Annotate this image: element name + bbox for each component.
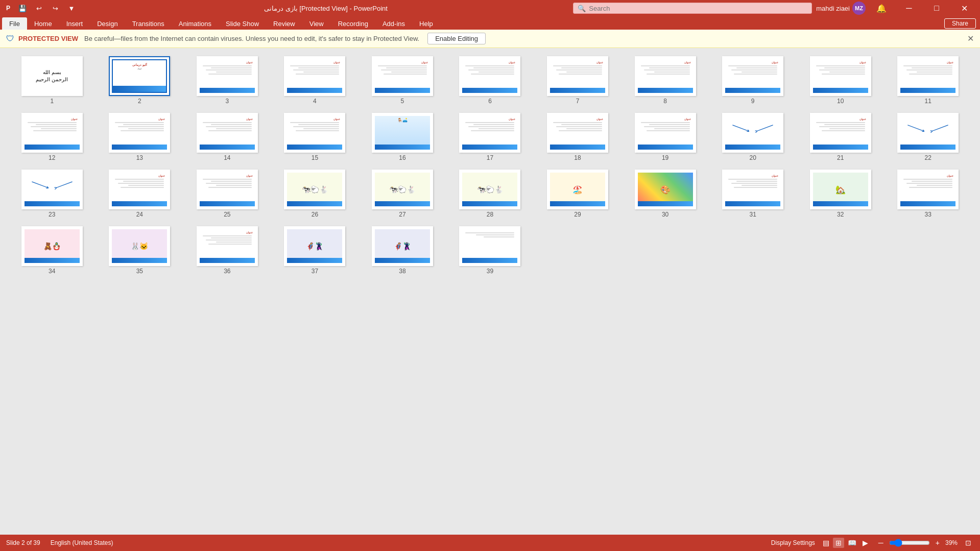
slide-thumb-16[interactable]: 🪑🛋️ 16	[363, 113, 442, 161]
protected-message: Be careful—files from the Internet can c…	[84, 35, 419, 42]
share-button[interactable]: Share	[944, 18, 976, 29]
slide-number-25: 25	[224, 211, 230, 218]
tab-design[interactable]: Design	[90, 17, 125, 30]
slide-thumb-21[interactable]: عنوان 21	[801, 113, 880, 161]
undo-button[interactable]: ↩	[32, 1, 46, 15]
slide-sorter-button[interactable]: ⊞	[833, 538, 844, 548]
slide-thumb-29[interactable]: 🏖️ 29	[538, 170, 617, 218]
slide-thumb-17[interactable]: عنوان 17	[450, 113, 530, 161]
slide-thumb-38[interactable]: 🦸🦹 38	[363, 226, 442, 275]
tab-help[interactable]: Help	[412, 17, 440, 30]
status-bar: Slide 2 of 39 English (United States) Di…	[0, 535, 980, 551]
zoom-in-button[interactable]: +	[933, 538, 942, 548]
slide-thumb-24[interactable]: عنوان 24	[100, 170, 180, 218]
slide-image-19: عنوان	[635, 113, 696, 153]
customize-button[interactable]: ▼	[64, 1, 79, 15]
tab-file[interactable]: File	[2, 17, 27, 30]
slide-thumb-34[interactable]: 🧸🪆 34	[12, 226, 92, 275]
slide-thumb-31[interactable]: عنوان 31	[713, 170, 793, 218]
slide-image-33: عنوان	[897, 170, 959, 209]
close-protected-bar-button[interactable]: ✕	[967, 34, 974, 43]
slide-thumb-8[interactable]: عنوان 8	[626, 56, 705, 105]
slide-thumb-37[interactable]: 🦸🦹 37	[275, 226, 355, 275]
slide-thumb-5[interactable]: عنوان 5	[363, 56, 442, 105]
reading-view-button[interactable]: 📖	[845, 538, 859, 548]
slide-thumb-9[interactable]: عنوان 9	[713, 56, 793, 105]
slide-image-37: 🦸🦹	[284, 226, 345, 266]
slide-image-1: بسم اللهالرحمن الرحیم	[21, 56, 83, 96]
slide-number-11: 11	[925, 98, 931, 105]
slide-thumb-25[interactable]: عنوان 25	[187, 170, 267, 218]
minimize-button[interactable]: ─	[897, 0, 921, 16]
slide-thumb-19[interactable]: عنوان 19	[626, 113, 705, 161]
tab-insert[interactable]: Insert	[59, 17, 90, 30]
slide-thumb-36[interactable]: عنوان 36	[187, 226, 267, 275]
slide-thumb-10[interactable]: عنوان 10	[801, 56, 880, 105]
save-button[interactable]: 💾	[15, 1, 30, 15]
view-mode-buttons: ▤ ⊞ 📖 ▶	[820, 538, 871, 548]
slide-image-6: عنوان	[459, 56, 520, 96]
slide-thumb-39[interactable]: 39	[450, 226, 530, 275]
tab-animations[interactable]: Animations	[172, 17, 219, 30]
slide-number-29: 29	[574, 211, 581, 218]
slide-thumb-27[interactable]: 🐄🐑🐇 27	[363, 170, 442, 218]
enable-editing-button[interactable]: Enable Editing	[427, 33, 486, 44]
maximize-button[interactable]: □	[925, 0, 948, 16]
tab-view[interactable]: View	[302, 17, 331, 30]
slide-thumb-22[interactable]: 22	[888, 113, 968, 161]
slide-thumb-14[interactable]: عنوان 14	[187, 113, 267, 161]
slide-thumb-3[interactable]: عنوان 3	[187, 56, 267, 105]
slide-image-35: 🐰🐱	[109, 226, 170, 266]
slide-image-20	[722, 113, 783, 153]
fit-slide-button[interactable]: ⊡	[963, 538, 974, 548]
slide-count: Slide 2 of 39	[6, 539, 40, 546]
zoom-bar: ─ + 39%	[876, 538, 958, 548]
slide-thumb-33[interactable]: عنوان 33	[888, 170, 968, 218]
tab-transitions[interactable]: Transitions	[125, 17, 172, 30]
slide-image-12: عنوان	[21, 113, 83, 153]
slide-thumb-4[interactable]: عنوان 4	[275, 56, 355, 105]
slide-image-23	[21, 170, 83, 209]
slide-thumb-18[interactable]: عنوان 18	[538, 113, 617, 161]
slide-image-29: 🏖️	[547, 170, 608, 209]
display-settings-button[interactable]: Display Settings	[771, 539, 815, 546]
slide-thumb-7[interactable]: عنوان 7	[538, 56, 617, 105]
slide-thumb-23[interactable]: 23	[12, 170, 92, 218]
slide-thumb-15[interactable]: عنوان 15	[275, 113, 355, 161]
avatar: MZ	[852, 2, 866, 15]
slide-image-13: عنوان	[109, 113, 170, 153]
slide-thumb-2[interactable]: آلبو درمانی استاد 2	[100, 56, 180, 105]
slide-thumb-13[interactable]: عنوان 13	[100, 113, 180, 161]
slide-thumb-32[interactable]: 🏡 32	[801, 170, 880, 218]
slideshow-button[interactable]: ▶	[860, 538, 871, 548]
slide-image-16: 🪑🛋️	[372, 113, 433, 153]
search-input[interactable]	[589, 5, 807, 12]
close-button[interactable]: ✕	[952, 0, 976, 16]
tab-recording[interactable]: Recording	[331, 17, 375, 30]
tab-home[interactable]: Home	[27, 17, 59, 30]
tab-review[interactable]: Review	[266, 17, 302, 30]
redo-button[interactable]: ↪	[48, 1, 62, 15]
slide-thumb-20[interactable]: 20	[713, 113, 793, 161]
slide-thumb-28[interactable]: 🐄🐑🐇 28	[450, 170, 530, 218]
tab-addins[interactable]: Add-ins	[375, 17, 412, 30]
slide-number-16: 16	[399, 154, 405, 161]
slide-thumb-26[interactable]: 🐄🐑🐇 26	[275, 170, 355, 218]
slide-grid-area: بسم اللهالرحمن الرحیم1 آلبو درمانی استاد…	[0, 48, 980, 535]
zoom-slider[interactable]	[889, 539, 930, 547]
svg-line-0	[733, 125, 749, 131]
slide-thumb-11[interactable]: عنوان 11	[888, 56, 968, 105]
slide-thumb-30[interactable]: 🎨 30	[626, 170, 705, 218]
slide-image-38: 🦸🦹	[372, 226, 433, 266]
zoom-out-button[interactable]: ─	[876, 538, 886, 548]
normal-view-button[interactable]: ▤	[820, 538, 832, 548]
slide-thumb-6[interactable]: عنوان 6	[450, 56, 530, 105]
slide-thumb-12[interactable]: عنوان 12	[12, 113, 92, 161]
slide-thumb-1[interactable]: بسم اللهالرحمن الرحیم1	[12, 56, 92, 105]
slide-number-10: 10	[837, 98, 844, 105]
slide-image-26: 🐄🐑🐇	[284, 170, 345, 209]
slide-thumb-35[interactable]: 🐰🐱 35	[100, 226, 180, 275]
tab-slideshow[interactable]: Slide Show	[219, 17, 266, 30]
notification-button[interactable]: 🔔	[870, 0, 893, 16]
slide-number-27: 27	[399, 211, 405, 218]
